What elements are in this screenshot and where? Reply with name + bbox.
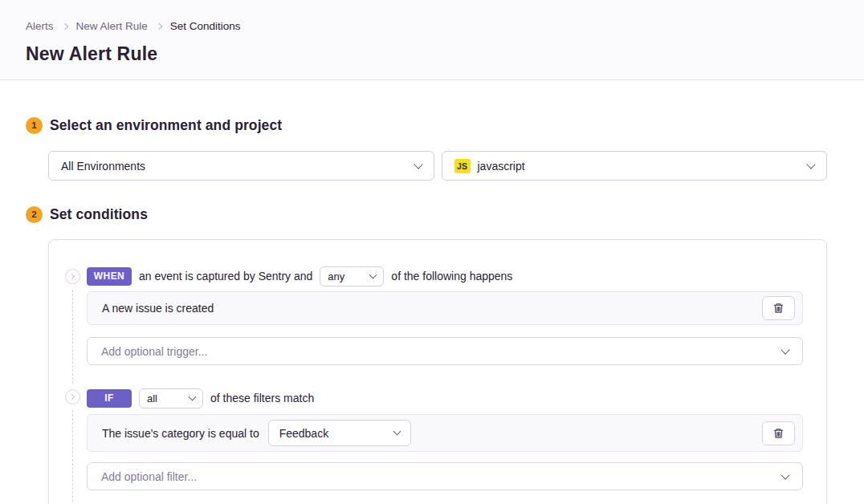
filter-category-select[interactable]: Feedback [268, 420, 411, 446]
delete-filter-button[interactable] [762, 421, 795, 445]
when-match-value: any [328, 270, 344, 282]
connector-dashed-line [72, 290, 73, 384]
filter-category-value: Feedback [279, 427, 328, 440]
if-badge: IF [87, 389, 132, 408]
step1-title: Select an environment and project [50, 117, 282, 134]
trash-icon [772, 427, 785, 440]
breadcrumb-set-conditions: Set Conditions [170, 20, 241, 32]
if-label-row: IF all of these filters match [87, 388, 803, 408]
chevron-down-icon [780, 345, 789, 354]
add-optional-trigger-placeholder: Add optional trigger... [101, 345, 207, 358]
delete-trigger-button[interactable] [762, 296, 795, 320]
chevron-down-icon [780, 470, 789, 479]
chevron-down-icon [369, 270, 377, 278]
step1-heading: 1 Select an environment and project [26, 116, 827, 135]
chevron-down-icon [189, 392, 197, 400]
trash-icon [772, 302, 785, 315]
main-content: 1 Select an environment and project All … [0, 80, 864, 504]
chevron-right-icon [61, 23, 67, 30]
chevron-down-icon [806, 160, 815, 169]
page-header: Alerts New Alert Rule Set Conditions New… [0, 0, 864, 80]
filter-condition-row: The issue's category is equal to Feedbac… [87, 414, 803, 452]
trigger-condition-row: A new issue is created [87, 291, 803, 325]
chevron-right-icon [156, 23, 162, 30]
project-select[interactable]: JS javascript [442, 151, 828, 181]
if-match-select[interactable]: all [139, 388, 203, 408]
when-text-after: of the following happens [391, 270, 512, 282]
step2-title: Set conditions [50, 206, 148, 223]
step2-number-badge: 2 [26, 206, 43, 223]
breadcrumb: Alerts New Alert Rule Set Conditions [26, 19, 838, 33]
filter-condition-label: The issue's category is equal to [102, 427, 259, 440]
if-chevron-circle-icon [65, 389, 80, 404]
conditions-card: WHEN an event is captured by Sentry and … [48, 239, 827, 504]
when-match-select[interactable]: any [320, 266, 384, 287]
chevron-down-icon [393, 428, 401, 436]
when-chevron-circle-icon [65, 269, 80, 284]
add-optional-filter-select[interactable]: Add optional filter... [87, 462, 803, 490]
page-title: New Alert Rule [26, 43, 838, 65]
environment-project-row: All Environments JS javascript [48, 151, 827, 181]
step1-number-badge: 1 [26, 117, 43, 134]
when-text-before: an event is captured by Sentry and [139, 270, 312, 282]
project-select-value: javascript [478, 160, 525, 173]
environment-select[interactable]: All Environments [48, 151, 434, 181]
when-badge: WHEN [87, 267, 132, 286]
if-match-value: all [147, 392, 157, 404]
if-text-after: of these filters match [210, 392, 314, 404]
add-optional-filter-placeholder: Add optional filter... [101, 470, 197, 483]
breadcrumb-alerts[interactable]: Alerts [26, 20, 54, 32]
javascript-platform-icon: JS [454, 159, 471, 173]
add-optional-trigger-select[interactable]: Add optional trigger... [87, 337, 803, 365]
step2-heading: 2 Set conditions [26, 205, 827, 224]
when-label-row: WHEN an event is captured by Sentry and … [87, 266, 803, 286]
trigger-condition-label: A new issue is created [102, 302, 214, 315]
connector-dashed-line [72, 410, 73, 504]
breadcrumb-new-alert-rule[interactable]: New Alert Rule [76, 20, 148, 32]
chevron-down-icon [414, 160, 422, 169]
environment-select-value: All Environments [61, 160, 145, 173]
